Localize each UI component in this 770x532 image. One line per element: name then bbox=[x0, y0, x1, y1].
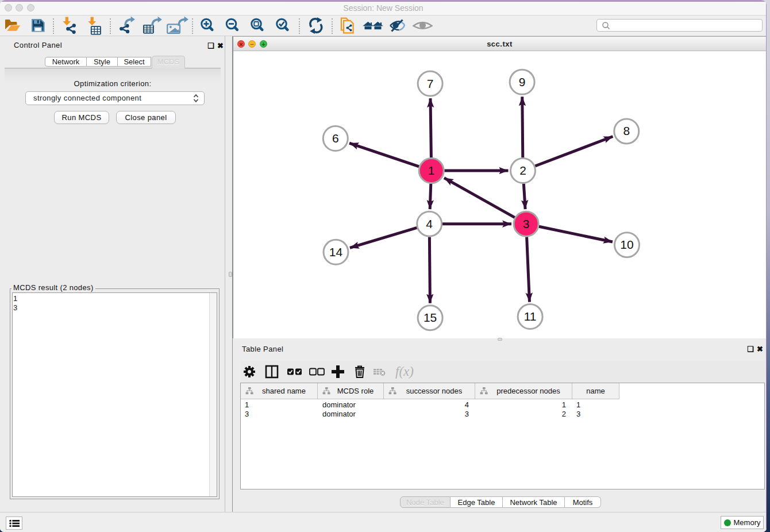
svg-text:3: 3 bbox=[523, 217, 530, 230]
svg-text:6: 6 bbox=[332, 132, 339, 145]
svg-text:11: 11 bbox=[524, 310, 537, 323]
svg-text:1: 1 bbox=[428, 164, 435, 177]
svg-text:10: 10 bbox=[620, 238, 633, 251]
svg-text:8: 8 bbox=[623, 124, 630, 137]
svg-text:f(x): f(x) bbox=[395, 364, 414, 379]
svg-text:4: 4 bbox=[426, 217, 433, 230]
svg-text:14: 14 bbox=[329, 245, 343, 259]
svg-text:9: 9 bbox=[519, 75, 526, 88]
svg-text:15: 15 bbox=[424, 311, 437, 324]
svg-text:7: 7 bbox=[427, 77, 434, 90]
svg-text:2: 2 bbox=[519, 164, 526, 177]
